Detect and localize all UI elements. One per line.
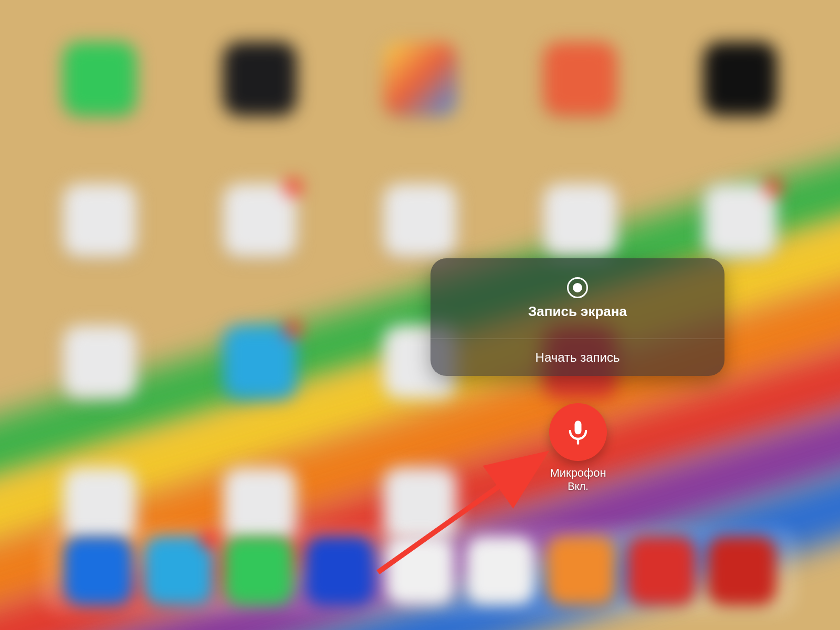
record-icon — [567, 277, 588, 298]
microphone-icon — [564, 418, 592, 446]
dock — [42, 526, 798, 615]
screen-recording-panel: Запись экрана Начать запись — [430, 258, 724, 376]
microphone-label: Микрофон Вкл. — [550, 466, 606, 492]
microphone-label-name: Микрофон — [550, 466, 606, 479]
screen-recording-title: Запись экрана — [528, 303, 627, 320]
start-recording-button[interactable]: Начать запись — [430, 339, 724, 376]
microphone-toggle-button[interactable] — [549, 403, 607, 461]
start-recording-label: Начать запись — [536, 350, 620, 365]
screen-recording-header[interactable]: Запись экрана — [430, 258, 724, 339]
svg-rect-0 — [575, 421, 582, 434]
microphone-state: Вкл. — [550, 480, 606, 492]
